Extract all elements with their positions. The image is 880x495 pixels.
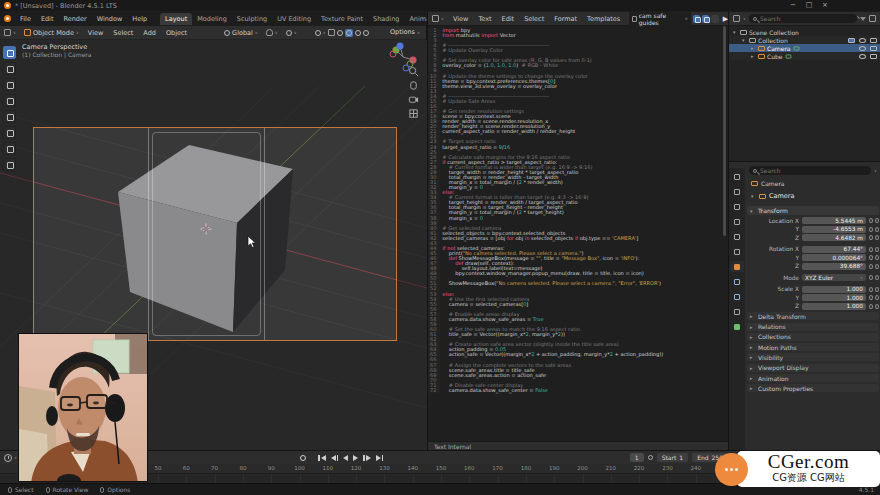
- field-mode[interactable]: XYZ Euler∨: [802, 274, 866, 281]
- texteditor-menu-edit[interactable]: Edit: [497, 15, 520, 23]
- close-button[interactable]: ×: [818, 0, 832, 11]
- decorator-icon[interactable]: [869, 227, 879, 232]
- perspective-toggle-icon[interactable]: [408, 108, 419, 119]
- field-y[interactable]: 0.000064°: [802, 254, 866, 261]
- xray-toggle-icon[interactable]: [328, 29, 335, 36]
- collapsed-icon[interactable]: ▸: [751, 53, 756, 59]
- decorator-icon[interactable]: [869, 304, 879, 309]
- jump-to-next-keyframe-button[interactable]: [363, 455, 371, 461]
- shading-rendered-icon[interactable]: [363, 30, 369, 36]
- properties-tab-render[interactable]: [730, 186, 744, 197]
- texteditor-menu-templates[interactable]: Templates: [582, 15, 625, 23]
- panel-delta-transform[interactable]: ▸Delta Transform: [747, 312, 879, 320]
- texteditor-menu-text[interactable]: Text: [473, 15, 496, 23]
- move-view-hand-icon[interactable]: [408, 80, 419, 91]
- editor-type-icon[interactable]: [4, 29, 11, 36]
- transform-panel-header[interactable]: ▾ Transform: [747, 206, 879, 215]
- start-frame-field[interactable]: Start1: [657, 453, 689, 462]
- menu-edit[interactable]: Edit: [36, 15, 59, 23]
- options-dropdown[interactable]: Options ∨: [390, 28, 420, 36]
- shading-solid-active[interactable]: [345, 29, 353, 37]
- outliner-row-collection[interactable]: ▾Collection: [729, 36, 880, 44]
- camera-frame-border[interactable]: [33, 127, 397, 341]
- workspace-tab-modeling[interactable]: Modeling: [192, 13, 232, 25]
- workspace-tab-texture-paint[interactable]: Texture Paint: [316, 13, 368, 25]
- scale-tool[interactable]: [3, 110, 16, 123]
- field-location-x[interactable]: 5.5445 m: [802, 217, 866, 224]
- viewport-menu-view[interactable]: View: [83, 29, 108, 37]
- maximize-button[interactable]: □: [802, 0, 816, 11]
- proportional-editing-toggle[interactable]: ∨: [282, 30, 301, 36]
- field-z[interactable]: 39.688°: [802, 263, 866, 270]
- transform-orientation-selector[interactable]: Global ∨: [220, 29, 262, 37]
- field-y[interactable]: 1.000: [802, 294, 866, 301]
- shading-wireframe-icon[interactable]: [337, 30, 343, 36]
- snapping-toggle[interactable]: ∨: [262, 29, 282, 36]
- filter-icon[interactable]: [860, 17, 866, 21]
- decorator-icon[interactable]: [869, 247, 879, 252]
- outliner-row-cube[interactable]: ▸Cube: [729, 52, 880, 60]
- decorator-icon[interactable]: [869, 218, 879, 223]
- eye-toggle-icon[interactable]: [859, 38, 866, 43]
- play-button[interactable]: [353, 455, 358, 461]
- properties-tab-tool[interactable]: [730, 171, 744, 182]
- texteditor-menu-view[interactable]: View: [448, 15, 473, 23]
- properties-tab-world[interactable]: [730, 246, 744, 257]
- properties-tab-output[interactable]: [730, 201, 744, 212]
- decorator-icon[interactable]: [869, 255, 879, 260]
- zoom-icon[interactable]: [408, 66, 419, 77]
- jump-to-start-button[interactable]: [318, 455, 326, 461]
- text-editor-body[interactable]: 1import bpy2from mathutils import Vector…: [428, 26, 728, 443]
- decorator-icon[interactable]: [869, 287, 879, 292]
- properties-tab-object[interactable]: [730, 261, 744, 272]
- camera-view-icon[interactable]: [408, 94, 419, 105]
- expand-icon[interactable]: ▾: [751, 193, 756, 199]
- workspace-tab-sculpting[interactable]: Sculpting: [232, 13, 272, 25]
- panel-visibility[interactable]: ▸Visibility: [747, 353, 879, 361]
- outliner-row-camera[interactable]: ▸Camera: [729, 44, 880, 52]
- properties-tab-constraints[interactable]: [730, 306, 744, 317]
- editor-type-icon[interactable]: [733, 15, 740, 22]
- camera-toggle-icon[interactable]: [870, 54, 877, 59]
- unlink-icon[interactable]: ×: [685, 16, 688, 21]
- eye-toggle-icon[interactable]: [859, 54, 866, 59]
- properties-tab-scene[interactable]: [730, 231, 744, 242]
- outliner-row-scene-collection[interactable]: ▾Scene Collection: [729, 28, 880, 36]
- annotate-tool[interactable]: [3, 142, 16, 155]
- decorator-icon[interactable]: [869, 264, 879, 269]
- current-frame-field[interactable]: 1: [630, 453, 644, 462]
- panel-collections[interactable]: ▸Collections: [747, 333, 879, 341]
- blender-menu-icon[interactable]: [4, 15, 11, 22]
- field-y[interactable]: -4.6553 m: [802, 226, 866, 233]
- workspace-tab-layout[interactable]: Layout: [160, 13, 192, 25]
- properties-tab-view-layer[interactable]: [730, 216, 744, 227]
- jump-to-prev-keyframe-button[interactable]: [331, 455, 339, 461]
- select-box-tool[interactable]: [3, 46, 16, 59]
- menu-window[interactable]: Window: [92, 15, 128, 23]
- checkbox-toggle-icon[interactable]: [848, 38, 855, 43]
- workspace-tab-uv-editing[interactable]: UV Editing: [272, 13, 316, 25]
- auto-keying-icon[interactable]: [300, 455, 306, 461]
- viewport-menu-add[interactable]: Add: [138, 29, 161, 37]
- move-tool[interactable]: [3, 78, 16, 91]
- chevron-down-icon[interactable]: ∨: [874, 168, 877, 173]
- menu-file[interactable]: File: [15, 15, 36, 23]
- texteditor-menu-select[interactable]: Select: [519, 15, 549, 23]
- outliner-search-input[interactable]: Search: [749, 14, 857, 23]
- keying-set-icon[interactable]: [648, 455, 653, 460]
- object-name-row[interactable]: ▾ Camera: [751, 192, 877, 200]
- word-wrap-toggle-icon[interactable]: [711, 15, 718, 23]
- decorator-icon[interactable]: [869, 295, 879, 300]
- decorator-icon[interactable]: [869, 275, 879, 280]
- workspace-tab-shading[interactable]: Shading: [368, 13, 404, 25]
- menu-help[interactable]: Help: [127, 15, 152, 23]
- camera-toggle-icon[interactable]: [870, 38, 877, 43]
- text-datablock-selector[interactable]: cam safe guides ×: [629, 11, 691, 27]
- field-rotation-x[interactable]: 67.44°: [802, 246, 866, 253]
- decorator-icon[interactable]: [869, 235, 879, 240]
- eye-toggle-icon[interactable]: [859, 46, 866, 51]
- viewport-menu-object[interactable]: Object: [161, 29, 192, 37]
- collapsed-icon[interactable]: ▸: [751, 45, 756, 51]
- line-numbers-toggle-icon[interactable]: [693, 15, 700, 23]
- field-scale-x[interactable]: 1.000: [802, 286, 866, 293]
